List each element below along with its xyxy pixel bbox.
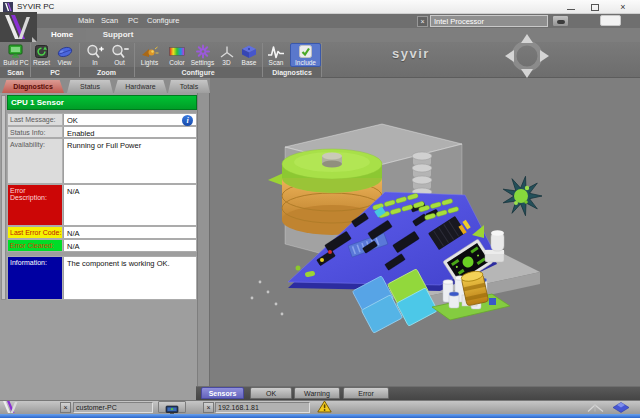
legend-sensors-button[interactable]: Sensors: [201, 387, 244, 399]
pan-down-arrow: [521, 69, 533, 78]
tab-diagnostics[interactable]: Diagnostics: [2, 80, 64, 93]
menu-item-main[interactable]: Main: [78, 14, 94, 28]
zoom-out-icon: [107, 44, 132, 59]
legend-error-button[interactable]: Error: [343, 387, 389, 399]
axis-3d-icon[interactable]: [585, 402, 607, 413]
view-button[interactable]: View: [52, 44, 77, 67]
cube-icon: [237, 44, 261, 59]
row-value: The component is working OK.: [64, 257, 196, 299]
button-label: View: [52, 59, 77, 66]
menu-item-pc[interactable]: PC: [128, 14, 138, 28]
button-label: Scan: [263, 59, 289, 66]
reset-button[interactable]: Reset: [31, 44, 52, 67]
button-label: Build PC: [1, 59, 31, 66]
pan-right-arrow: [540, 50, 549, 62]
virus-sprite: [503, 176, 542, 215]
reset-icon: [31, 44, 52, 59]
lights-button[interactable]: Lights: [136, 44, 163, 67]
button-label: Reset: [31, 59, 52, 66]
clear-ip-button[interactable]: ×: [203, 402, 214, 413]
screw-specks: [251, 281, 284, 316]
color-palette-icon: [164, 44, 190, 59]
sensor-title: CPU 1 Sensor: [7, 95, 197, 110]
tab-totals[interactable]: Totals: [168, 80, 210, 93]
taskbar-edge: [0, 414, 640, 418]
syvir-logo: [0, 12, 37, 42]
settings-button[interactable]: Settings: [190, 44, 215, 67]
row-label: Last Message:: [8, 114, 63, 125]
axes-3d-icon: [216, 44, 237, 59]
monitor-button[interactable]: [158, 401, 186, 413]
row-label: Status Info:: [8, 127, 63, 137]
check-icon: [291, 44, 320, 59]
zoom-in-icon: [83, 44, 107, 59]
right-scrollbar[interactable]: [197, 93, 209, 400]
mouse-icon: [52, 44, 77, 59]
info-icon[interactable]: i: [182, 115, 193, 126]
computer-name-field[interactable]: [73, 402, 153, 413]
button-label: 3D: [216, 59, 237, 66]
ribbon-tab-support[interactable]: Support: [90, 28, 146, 42]
gem-icon[interactable]: [611, 402, 631, 413]
clear-computer-button[interactable]: ×: [60, 402, 71, 413]
title-bar: SYVIR PC ×: [0, 0, 640, 14]
color-button[interactable]: Color: [164, 44, 190, 67]
group-label-pc: PC: [31, 67, 79, 78]
gear-icon: [190, 44, 215, 59]
row-label: Last Error Code:: [8, 227, 63, 238]
brand-logo: syvir: [392, 46, 472, 61]
build-pc-icon: [1, 44, 31, 59]
row-value: N/A: [64, 240, 196, 251]
maximize-icon: [591, 4, 599, 11]
3d-button[interactable]: 3D: [216, 44, 237, 67]
row-value: Running or Full Power: [64, 139, 196, 183]
3d-scene: [210, 78, 640, 386]
button-label: Settings: [190, 59, 215, 66]
processor-action-button[interactable]: [552, 15, 569, 27]
warning-icon: [317, 400, 332, 413]
legend-ok-button[interactable]: OK: [250, 387, 292, 399]
include-button[interactable]: Include: [290, 43, 321, 67]
row-value: OK: [64, 114, 196, 125]
ip-address-field[interactable]: [215, 402, 310, 413]
row-value: N/A: [64, 185, 196, 225]
pan-left-arrow: [505, 50, 514, 62]
build-pc-button[interactable]: Build PC: [1, 44, 31, 67]
group-label-configure: Configure: [134, 67, 262, 78]
button-label: Color: [164, 59, 190, 66]
minimize-button[interactable]: [560, 1, 582, 13]
table-row: Status Info: Enabled: [7, 126, 197, 138]
left-scrollbar[interactable]: [1, 95, 6, 300]
menu-item-scan[interactable]: Scan: [101, 14, 118, 28]
diagnostics-scan-button[interactable]: Scan: [263, 44, 289, 67]
processor-input[interactable]: [430, 15, 548, 27]
row-label: Information:: [8, 257, 63, 299]
table-row: Information: The component is working OK…: [7, 256, 197, 300]
tab-status[interactable]: Status: [67, 80, 113, 93]
processor-clear-button[interactable]: ×: [417, 16, 428, 27]
close-button[interactable]: ×: [608, 1, 638, 13]
3d-viewport[interactable]: [210, 78, 640, 386]
lights-icon: [136, 44, 163, 59]
button-label: Lights: [136, 59, 163, 66]
menu-item-configure[interactable]: Configure: [147, 14, 180, 28]
button-label: Include: [291, 59, 320, 66]
compass-control[interactable]: [503, 32, 551, 80]
row-label: Error Cleared:: [8, 240, 63, 251]
base-button[interactable]: Base: [237, 44, 261, 67]
button-label: Out: [107, 59, 132, 66]
menubar-blank-button[interactable]: [600, 15, 621, 26]
zoom-out-button[interactable]: Out: [107, 44, 132, 67]
table-row: Error Description: N/A: [7, 184, 197, 226]
legend-warning-button[interactable]: Warning: [294, 387, 340, 399]
button-label: In: [83, 59, 107, 66]
maximize-button[interactable]: [584, 1, 606, 13]
ribbon-tab-home[interactable]: Home: [38, 28, 86, 42]
zoom-in-button[interactable]: In: [83, 44, 107, 67]
row-value: N/A: [64, 227, 196, 238]
sensor-panel: CPU 1 Sensor Last Message: OK i Status I…: [0, 93, 210, 400]
group-label-diagnostics: Diagnostics: [262, 67, 322, 78]
dash-icon: [557, 20, 565, 24]
syvir-mini-logo: [1, 401, 21, 413]
tab-hardware[interactable]: Hardware: [114, 80, 167, 93]
